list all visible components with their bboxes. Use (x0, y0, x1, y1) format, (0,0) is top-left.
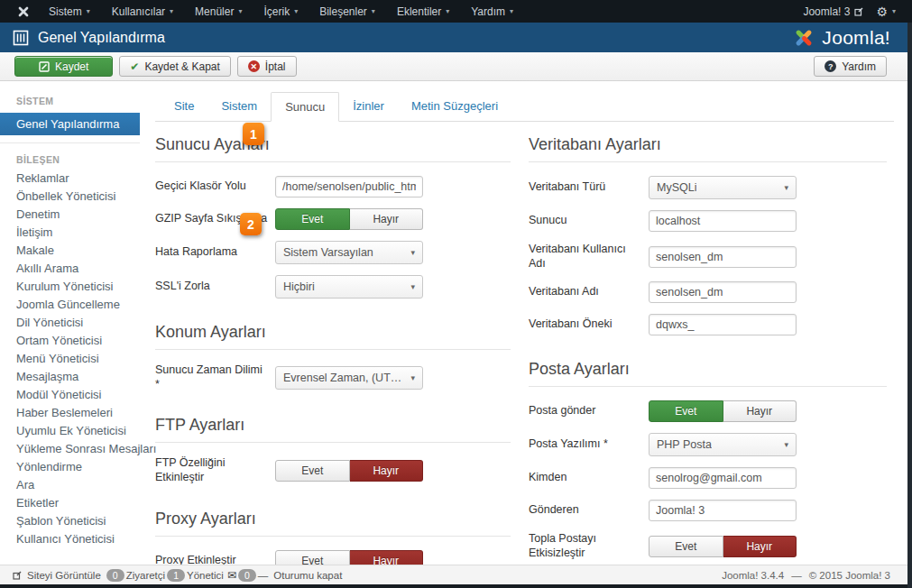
sidebar-item-ortam-yoneticisi[interactable]: Ortam Yöneticisi (0, 332, 150, 350)
db-adi-input[interactable] (649, 281, 797, 303)
menu-item-kullanicilar[interactable]: Kullanıcılar▾ (101, 0, 184, 23)
db-kullanici-adi-input[interactable] (649, 246, 797, 268)
menu-item-yardim[interactable]: Yardım▾ (460, 0, 524, 23)
tutorial-step-badge-1: 1 (243, 123, 264, 145)
help-icon: ? (824, 60, 836, 72)
section-title-ftp-ayarlari: FTP Ayarları (155, 402, 511, 443)
tab-metin-suzgecleri[interactable]: Metin Süzgeçleri (398, 92, 511, 122)
sidebar-item-yonlendirme[interactable]: Yönlendirme (0, 458, 150, 476)
toggle-yes-button[interactable]: Evet (649, 400, 723, 422)
toggle-yes-button[interactable]: Evet (275, 208, 350, 230)
sidebar-item-onbellek-yoneticisi[interactable]: Önbellek Yöneticisi (0, 188, 150, 206)
gzip-toggle[interactable]: Evet Hayır (275, 208, 423, 230)
field-row-gonderen: Gönderen (529, 500, 887, 521)
db-sunucu-input[interactable] (649, 210, 797, 232)
tab-sunucu[interactable]: Sunucu (271, 92, 339, 122)
external-link-icon (854, 7, 863, 16)
topla-posta-toggle[interactable]: Evet Hayır (649, 536, 797, 557)
save-button[interactable]: Kaydet (14, 56, 113, 77)
field-label: Veritabanı Kullanıcı Adı (529, 243, 649, 271)
sidebar-item-kurulum-yoneticisi[interactable]: Kurulum Yöneticisi (0, 278, 150, 296)
field-row-db-adi: Veritabanı Adı (529, 281, 887, 303)
sidebar-item-sablon-yoneticisi[interactable]: Şablon Yöneticisi (0, 512, 150, 530)
sidebar-item-menu-yoneticisi[interactable]: Menü Yöneticisi (0, 350, 150, 368)
field-label: Sunucu Zaman Dilimi * (155, 363, 275, 391)
ssl-zorla-select[interactable]: Hiçbiri ▾ (275, 275, 423, 299)
sidebar-item-etiketler[interactable]: Etiketler (0, 494, 150, 512)
save-button-label: Kaydet (55, 60, 88, 73)
ftp-toggle[interactable]: Evet Hayır (275, 460, 423, 482)
select-value: PHP Posta (657, 438, 712, 451)
sidebar-item-makale[interactable]: Makale (0, 242, 150, 260)
menu-item-menuler[interactable]: Menüler▾ (184, 0, 253, 23)
sidebar-item-iletisim[interactable]: İletişim (0, 224, 150, 242)
right-column: Veritabanı Ayarları Veritabanı Türü MySQ… (529, 122, 894, 583)
veritabani-turu-select[interactable]: MySQLi ▾ (649, 176, 797, 199)
sidebar-item-denetim[interactable]: Denetim (0, 206, 150, 224)
toggle-no-button[interactable]: Hayır (350, 208, 424, 230)
field-row-kimden: Kimden (529, 467, 887, 489)
sidebar-item-modul-yoneticisi[interactable]: Modül Yöneticisi (0, 386, 150, 404)
view-site-link[interactable]: Siteyi Görüntüle (13, 570, 101, 581)
zaman-dilimi-select[interactable]: Evrensel Zaman, (UTC) Koor... ▾ (275, 366, 423, 390)
sidebar-item-reklamlar[interactable]: Reklamlar (0, 170, 150, 188)
sidebar-item-genel-yapilandirma[interactable]: Genel Yapılandırma (0, 113, 140, 135)
sidebar-item-ara[interactable]: Ara (0, 476, 150, 494)
menu-item-bilesenler[interactable]: Bileşenler▾ (309, 0, 386, 23)
posta-yazilimi-select[interactable]: PHP Posta ▾ (649, 433, 797, 456)
field-label: Veritabanı Öneki (529, 317, 649, 332)
tab-site[interactable]: Site (161, 92, 207, 122)
joomla-logo-icon (792, 26, 815, 50)
menu-label: Kullanıcılar (112, 5, 165, 18)
field-row-db-sunucu: Sunucu (529, 210, 887, 232)
save-close-button[interactable]: ✔ Kaydet & Kapat (119, 56, 230, 77)
messages-icon[interactable]: ✉ (227, 569, 236, 582)
field-row-topla-postayi-etkisizlestir: Topla Postayı Etkisizleştir Evet Hayır (529, 532, 887, 560)
sidebar-item-dil-yoneticisi[interactable]: Dil Yöneticisi (0, 314, 150, 332)
joomla-mark-icon (16, 5, 31, 19)
sidebar-item-mesajlasma[interactable]: Mesajlaşma (0, 368, 150, 386)
help-button-label: Yardım (842, 60, 876, 73)
help-button[interactable]: ? Yardım (814, 56, 887, 77)
view-site-label: Siteyi Görüntüle (27, 570, 101, 581)
sidebar-item-haber-beslemeleri[interactable]: Haber Beslemeleri (0, 404, 150, 422)
select-value: Hiçbiri (283, 280, 315, 293)
sidebar-item-yukleme-sonrasi-mesajlari[interactable]: Yükleme Sonrası Mesajları (0, 440, 150, 458)
toggle-yes-button[interactable]: Evet (275, 460, 350, 482)
kimden-input[interactable] (649, 467, 797, 489)
section-title-posta-ayarlari: Posta Ayarları (529, 346, 887, 387)
gonderen-input[interactable] (649, 500, 797, 521)
sidebar: SİSTEM Genel Yapılandırma BİLEŞEN Reklam… (0, 81, 150, 565)
sidebar-item-akilli-arama[interactable]: Akıllı Arama (0, 260, 150, 278)
save-icon (39, 61, 50, 72)
settings-menu[interactable]: ⚙ ▾ (876, 5, 896, 19)
hata-raporlama-select[interactable]: Sistem Varsayılan ▾ (275, 241, 423, 264)
toggle-no-button[interactable]: Hayır (723, 536, 797, 557)
posta-gonder-toggle[interactable]: Evet Hayır (649, 400, 797, 422)
menu-item-eklentiler[interactable]: Eklentiler▾ (386, 0, 460, 23)
tab-izinler[interactable]: İzinler (339, 92, 398, 122)
menu-item-icerik[interactable]: İçerik▾ (253, 0, 309, 23)
admin-menubar: Sistem▾ Kullanıcılar▾ Menüler▾ İçerik▾ B… (0, 0, 912, 23)
gecici-klasor-yolu-input[interactable] (275, 176, 423, 198)
db-oneki-input[interactable] (649, 314, 797, 335)
sidebar-item-joomla-guncelleme[interactable]: Joomla Güncelleme (0, 296, 150, 314)
tab-sistem[interactable]: Sistem (207, 92, 271, 122)
tutorial-step-badge-2: 2 (240, 213, 262, 235)
toggle-no-button[interactable]: Hayır (723, 400, 797, 422)
logout-link[interactable]: Oturumu kapat (273, 570, 342, 581)
toggle-no-button[interactable]: Hayır (350, 460, 424, 482)
menu-item-sistem[interactable]: Sistem▾ (38, 0, 101, 23)
sidebar-item-uyumlu-ek-yoneticisi[interactable]: Uyumlu Ek Yöneticisi (0, 422, 150, 440)
site-preview-link[interactable]: Joomla! 3 (803, 5, 863, 18)
chevron-down-icon: ▾ (87, 7, 90, 15)
gear-icon: ⚙ (876, 5, 888, 19)
cancel-button[interactable]: ✕ İptal (237, 56, 297, 77)
sidebar-item-kullanici-yoneticisi[interactable]: Kullanıcı Yöneticisi (0, 530, 150, 548)
field-row-gzip: GZIP Sayfa Sıkıştırma 2 Evet Hayır (155, 208, 511, 230)
toggle-yes-button[interactable]: Evet (649, 536, 723, 557)
section-title-konum-ayarlari: Konum Ayarları (155, 309, 511, 350)
dash-separator: — (791, 570, 802, 581)
window-bottom-edge (0, 584, 912, 588)
chevron-down-icon: ▾ (238, 7, 242, 15)
